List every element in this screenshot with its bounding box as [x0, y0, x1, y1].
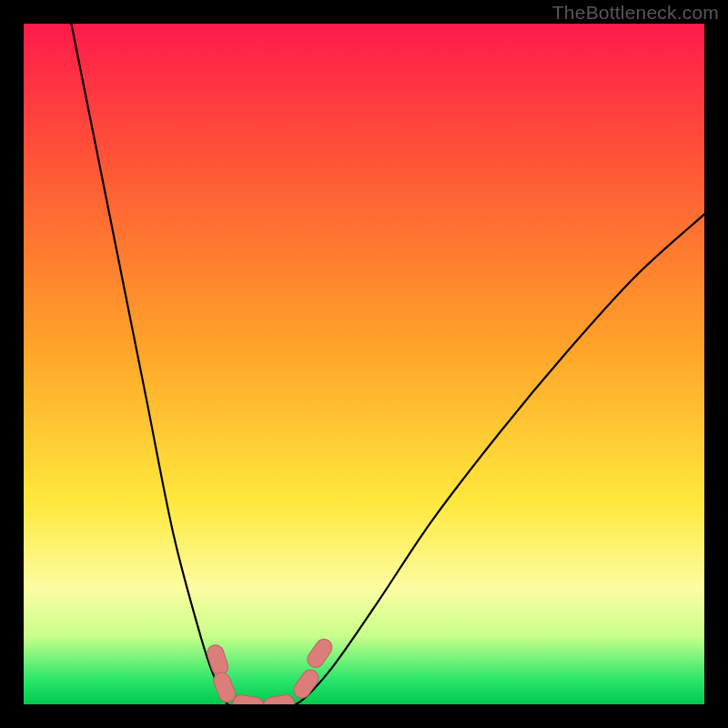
chart-frame: TheBottleneck.com — [0, 0, 728, 728]
plot-area — [24, 24, 704, 704]
chart-svg — [24, 24, 704, 704]
watermark-text: TheBottleneck.com — [552, 2, 719, 24]
gradient-background — [24, 24, 704, 704]
